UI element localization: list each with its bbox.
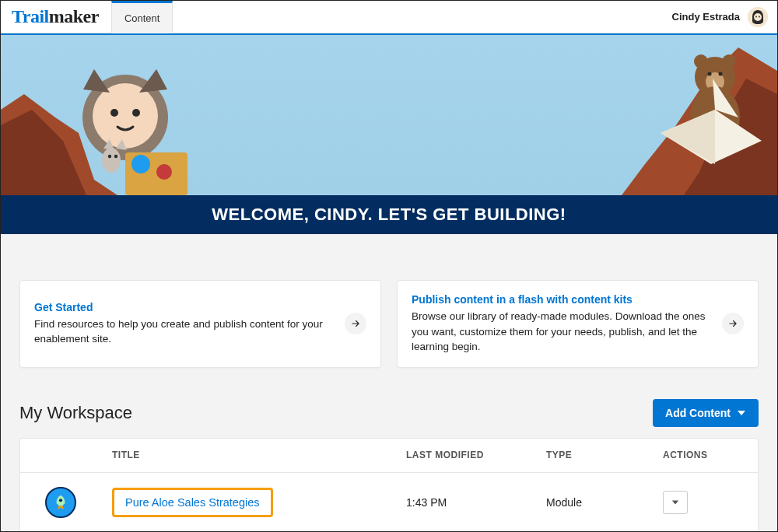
avatar-icon xyxy=(748,7,768,27)
row-type: Module xyxy=(540,496,657,509)
table-row: Pure Aloe Sales Strategies 1:43 PM Modul… xyxy=(20,473,758,532)
svg-point-2 xyxy=(755,16,757,17)
col-title: TITLE xyxy=(106,450,400,460)
user-name: Cindy Estrada xyxy=(672,11,740,23)
col-type: TYPE xyxy=(540,450,657,460)
highlight-box: Pure Aloe Sales Strategies xyxy=(112,488,273,517)
hero: WELCOME, CINDY. LET'S GET BUILDING! xyxy=(1,35,777,233)
bear-illustration xyxy=(598,40,777,195)
svg-point-8 xyxy=(110,109,118,117)
get-started-card: Get Started Find resources to help you c… xyxy=(19,280,381,368)
get-started-title: Get Started xyxy=(34,301,334,313)
tab-content[interactable]: Content xyxy=(111,1,173,33)
publish-kits-card: Publish content in a flash with content … xyxy=(397,280,759,368)
table-header: TITLE LAST MODIFIED TYPE ACTIONS xyxy=(20,439,758,473)
logo-suffix: maker xyxy=(49,6,99,26)
app-logo: Trailmaker xyxy=(12,6,99,27)
info-cards: Get Started Find resources to help you c… xyxy=(1,233,777,391)
row-actions-menu[interactable] xyxy=(663,491,688,514)
row-icon-cell xyxy=(20,487,106,518)
workspace-table: TITLE LAST MODIFIED TYPE ACTIONS Pure Al… xyxy=(19,438,759,532)
publish-kits-arrow[interactable] xyxy=(722,313,744,334)
module-icon xyxy=(45,487,76,518)
svg-point-16 xyxy=(108,155,111,158)
content-title-link[interactable]: Pure Aloe Sales Strategies xyxy=(125,496,260,509)
svg-point-13 xyxy=(131,155,150,173)
astro-character-illustration xyxy=(55,55,226,195)
caret-down-icon xyxy=(737,408,746,418)
welcome-banner: WELCOME, CINDY. LET'S GET BUILDING! xyxy=(1,195,777,234)
hero-illustration xyxy=(1,35,777,195)
svg-point-1 xyxy=(754,13,762,21)
avatar[interactable] xyxy=(748,7,768,27)
row-title-cell: Pure Aloe Sales Strategies xyxy=(106,488,400,517)
svg-point-3 xyxy=(759,16,760,17)
svg-point-15 xyxy=(102,148,121,173)
caret-down-icon xyxy=(671,499,679,506)
col-actions: ACTIONS xyxy=(657,450,750,460)
row-last-modified: 1:43 PM xyxy=(400,496,540,509)
svg-point-9 xyxy=(132,109,140,117)
logo-prefix: Trail xyxy=(12,6,49,26)
rocket-icon xyxy=(52,494,69,511)
add-content-button[interactable]: Add Content xyxy=(653,399,759,427)
publish-kits-title: Publish content in a flash with content … xyxy=(412,293,711,306)
svg-point-14 xyxy=(156,164,172,180)
svg-point-7 xyxy=(93,83,158,149)
get-started-arrow[interactable] xyxy=(345,313,366,334)
top-nav: Trailmaker Content Cindy Estrada xyxy=(1,1,777,33)
publish-kits-text: Browse our library of ready-made modules… xyxy=(412,309,711,355)
arrow-right-icon xyxy=(350,318,361,329)
col-last-modified: LAST MODIFIED xyxy=(400,450,540,460)
svg-point-17 xyxy=(114,155,117,158)
workspace-section: My Workspace Add Content TITLE LAST MODI… xyxy=(1,391,777,532)
row-actions xyxy=(657,491,750,514)
svg-point-26 xyxy=(708,72,712,76)
get-started-text: Find resources to help you create and pu… xyxy=(34,317,334,347)
svg-point-27 xyxy=(719,72,723,76)
workspace-heading: My Workspace xyxy=(19,403,132,423)
add-content-label: Add Content xyxy=(665,407,731,419)
svg-point-32 xyxy=(59,499,62,502)
arrow-right-icon xyxy=(727,318,738,329)
svg-point-24 xyxy=(722,54,736,68)
svg-point-23 xyxy=(694,54,708,68)
